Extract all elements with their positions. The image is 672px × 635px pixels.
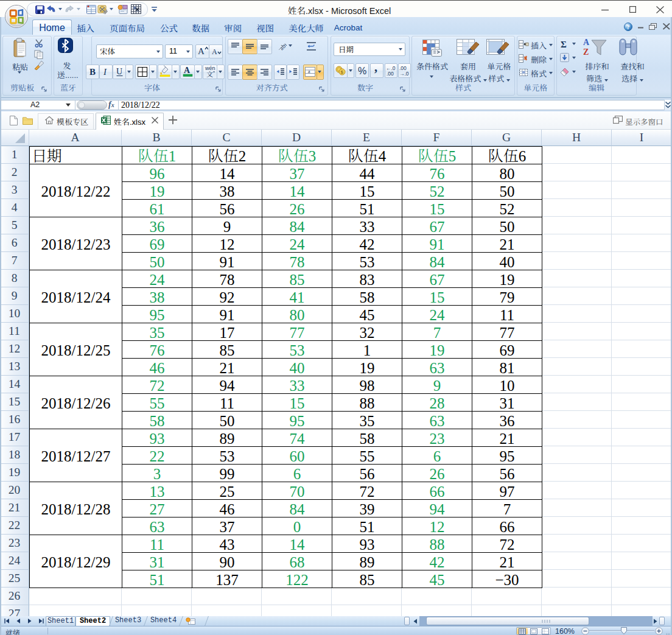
svg-text:I: I <box>103 67 107 76</box>
svg-text:%: % <box>358 66 366 76</box>
svg-text:a: a <box>308 69 310 74</box>
svg-text:ab: ab <box>278 43 287 51</box>
svg-text:U: U <box>116 67 122 76</box>
svg-text:,: , <box>374 63 377 74</box>
svg-text:B: B <box>89 67 96 76</box>
svg-text:Σ: Σ <box>561 40 567 49</box>
svg-text:→.0: →.0 <box>399 71 409 76</box>
svg-text:?: ? <box>627 24 630 30</box>
svg-text:.00: .00 <box>387 71 394 76</box>
svg-text:A: A <box>198 46 205 55</box>
svg-text:Z: Z <box>583 47 589 57</box>
svg-text:A: A <box>184 66 191 75</box>
svg-text:$: $ <box>341 69 344 75</box>
svg-text:A: A <box>212 47 217 55</box>
svg-text:文: 文 <box>206 69 213 77</box>
svg-text:A: A <box>583 38 590 47</box>
